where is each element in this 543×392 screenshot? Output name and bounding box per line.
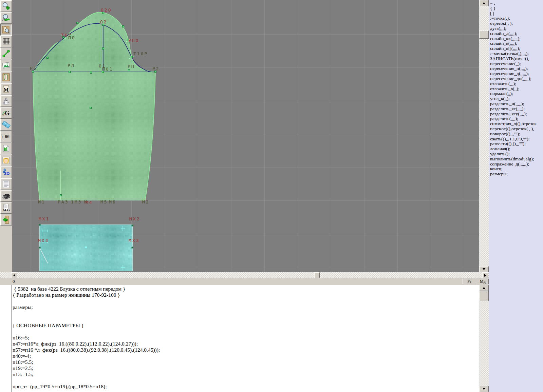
pattern-m-button[interactable]: M (0, 83, 12, 95)
point-label: М4 (86, 200, 93, 205)
scroll-left-button[interactable] (11, 272, 17, 278)
function-list: = ;{ }[ ]:=точка(,);отрезок( , );дуга(,,… (489, 0, 543, 177)
function-template-item[interactable]: симметрия_л((),отрезок (490, 121, 543, 126)
scroll-up-button[interactable] (479, 0, 489, 6)
algorithm-editor[interactable]: { 5382 на базе 4222 Блузка с отлетным пе… (0, 285, 479, 392)
editor-scroll-down-button[interactable] (479, 386, 489, 392)
function-template-item[interactable]: сплайн_кк(,,,,,); (490, 36, 543, 41)
function-template-item[interactable]: пересечение_д(,,,,,); (490, 71, 543, 76)
function-template-item[interactable]: сплайн_к(,,,,); (490, 41, 543, 46)
drafting-icon: A (2, 97, 11, 105)
drawing-canvas[interactable]: О2ОО2Т6РПОРПОТ10РР1РЛО1ПО1РПР2М1РА31М3ММ… (13, 0, 479, 272)
editor-scroll-up-button[interactable] (479, 285, 489, 291)
view-pattern-button[interactable] (0, 24, 12, 36)
function-template-item[interactable]: разделить(,,,,); (490, 116, 543, 121)
arrow-right-icon (484, 274, 486, 277)
drafting-button[interactable]: A (0, 95, 12, 107)
alg-icon: ALG (2, 203, 11, 212)
alg-button[interactable]: ALG (0, 202, 12, 214)
point-label: М6 (109, 199, 116, 204)
g-letter-button[interactable]: G (0, 107, 12, 119)
function-template-item[interactable]: отложить(,,,); (490, 81, 543, 86)
rz-button[interactable]: Рз (463, 279, 476, 284)
point-label: М2 (142, 199, 150, 204)
function-template-item[interactable]: [ ] (490, 11, 543, 16)
point-label: 1М3 (71, 199, 82, 204)
function-template-item[interactable]: перенос((),отрезок( , ), (490, 126, 543, 132)
function-template-item[interactable]: развести((),(),,,""); (490, 141, 543, 146)
zoom-in-button[interactable] (0, 0, 12, 12)
function-template-item[interactable]: угол_к(,,); (490, 96, 543, 101)
exit-button[interactable] (0, 214, 12, 226)
point-label: Т10Р (133, 51, 148, 56)
function-template-item[interactable]: поворот((),,,""); (490, 132, 543, 137)
function-template-item[interactable]: пересечение_дн(,,,,,); (490, 76, 543, 81)
editor-line: п13:=1.5; (13, 371, 160, 377)
point-label: Р2 (152, 66, 160, 71)
cuff-center-point (85, 247, 87, 248)
segment-button[interactable] (0, 48, 12, 59)
function-template-item[interactable]: { } (490, 6, 543, 11)
function-template-item[interactable]: :=метка(точка(,),,,,); (490, 51, 543, 56)
point-label: Р1 (30, 66, 37, 71)
segment-icon (2, 49, 11, 58)
function-template-item[interactable]: удалить(); (490, 152, 543, 157)
editor-line: п57:=п16 *л_фнк(рз_16,((80,0.38),(92,0.3… (13, 347, 160, 353)
point-label: МХ3 (129, 238, 139, 243)
function-template-item[interactable]: отрезок( , ); (490, 21, 543, 26)
svg-text:ALG: ALG (2, 208, 10, 212)
text-list-button[interactable] (0, 178, 12, 190)
i66-button[interactable]: i_66. (0, 131, 12, 142)
function-template-item[interactable]: сжать((),,,1.1,0.9,""); (490, 137, 543, 142)
function-template-item[interactable]: пересечение_н(,,,,); (490, 66, 543, 71)
books-button[interactable] (0, 190, 12, 202)
function-template-item[interactable]: конец; (490, 166, 543, 172)
editor-line: при_т:=(рр_19*0.5+п19),(рр_18*0.5+п18); (13, 384, 160, 390)
point-label: ПО (68, 35, 76, 40)
function-template-item[interactable]: разделить_ксу(,,,,); (490, 112, 543, 117)
function-template-item[interactable]: выполнить(dmod\.alg); (490, 157, 543, 162)
function-template-item[interactable]: пересечение(,,); (490, 61, 543, 66)
function-template-item[interactable]: дуга(,,,); (490, 26, 543, 31)
function-template-item[interactable]: сплайн_д(,,,,); (490, 31, 543, 36)
editor-vertical-scrollbar[interactable] (479, 285, 489, 392)
table-icon (2, 144, 11, 153)
image-button[interactable] (0, 60, 12, 71)
function-template-item[interactable]: ломаная(); (490, 146, 543, 152)
photo-button[interactable] (0, 155, 12, 166)
function-template-item[interactable]: размеры; (490, 172, 543, 177)
canvas-vertical-scrollbar[interactable] (479, 0, 489, 272)
function-template-item[interactable]: отложить_в(,,); (490, 86, 543, 92)
svg-text:G: G (5, 110, 10, 117)
editor-margin-rule (11, 285, 12, 392)
editor-vscroll-thumb[interactable] (479, 291, 489, 301)
function-template-item[interactable]: сплайн_к[](,,,,); (490, 46, 543, 51)
pattern-piece-button[interactable] (0, 72, 12, 83)
function-template-item[interactable]: нормаль(,,); (490, 91, 543, 96)
arrow-down-icon (483, 388, 485, 390)
ruler-button[interactable]: 8 (0, 119, 12, 131)
threed-button[interactable]: 3D (0, 166, 12, 178)
vscroll-thumb[interactable] (479, 31, 489, 39)
scroll-down-button[interactable] (479, 266, 489, 272)
grid-button[interactable] (0, 36, 12, 47)
editor-line (13, 316, 160, 322)
editor-line (13, 298, 160, 304)
function-template-item[interactable]: разделить_кс(,,,,); (490, 106, 543, 112)
function-template-item[interactable]: разделить_н(,,,,,); (490, 101, 543, 106)
editor-line: п19:=2.5; (13, 365, 160, 371)
point-label: РП (128, 64, 135, 69)
zoom-out-button[interactable] (0, 12, 12, 24)
hscroll-thumb[interactable] (314, 272, 320, 278)
app-window: { "window": {"width": 1600, "height": 11… (0, 0, 543, 392)
function-template-item[interactable]: ЗАПИСАТЬ(имя=(), (490, 56, 543, 61)
table-button[interactable] (0, 143, 12, 154)
function-template-item[interactable]: сопряжение_д(,,,,,,); (490, 162, 543, 167)
function-template-item[interactable]: :=точка(,); (490, 16, 543, 21)
scroll-right-button[interactable] (482, 272, 488, 278)
function-template-item[interactable]: = ; (490, 1, 543, 6)
point-label: М5 (100, 199, 108, 204)
arrow-up-icon (483, 287, 485, 289)
md-button[interactable]: Мд (477, 279, 489, 284)
canvas-horizontal-scrollbar[interactable] (0, 272, 489, 278)
